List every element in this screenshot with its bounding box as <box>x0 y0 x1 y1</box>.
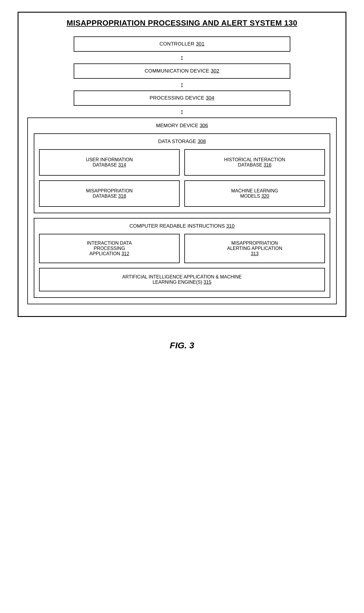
misappropriation-db-number: 318 <box>118 194 126 199</box>
ml-models-label: MACHINE LEARNINGMODELS 320 <box>231 188 278 199</box>
user-info-db-number: 314 <box>118 162 126 167</box>
interaction-data-processing-box: INTERACTION DATAPROCESSINGAPPLICATION 31… <box>39 234 180 263</box>
ai-application-box: ARTIFICIAL INTELLIGENCE APPLICATION & MA… <box>39 268 325 291</box>
arrow-controller-communication <box>180 52 184 63</box>
memory-number: 306 <box>200 123 208 128</box>
controller-label: CONTROLLER 301 <box>159 41 204 47</box>
bidirectional-arrow-icon <box>180 53 184 62</box>
ai-number: 315 <box>203 280 211 285</box>
machine-learning-models-box: MACHINE LEARNINGMODELS 320 <box>184 180 325 207</box>
processing-device-box: PROCESSING DEVICE 304 <box>74 90 290 106</box>
data-storage-container: DATA STORAGE 308 USER INFORMATIONDATABAS… <box>34 133 330 213</box>
communication-label: COMMUNICATION DEVICE 302 <box>145 68 219 74</box>
communication-device-box: COMMUNICATION DEVICE 302 <box>74 63 290 79</box>
misappropriation-db-label: MISAPPROPRIATIONDATABASE 318 <box>86 188 133 199</box>
memory-title: MEMORY DEVICE 306 <box>34 123 330 129</box>
data-storage-label-text: DATA STORAGE <box>158 139 198 144</box>
memory-device-container: MEMORY DEVICE 306 DATA STORAGE 308 USER … <box>27 117 337 304</box>
arrow-communication-processing <box>180 79 184 90</box>
historical-db-label: HISTORICAL INTERACTIONDATABASE 316 <box>224 157 285 168</box>
bidirectional-arrow-icon-2 <box>180 80 184 89</box>
historical-interaction-database-box: HISTORICAL INTERACTIONDATABASE 316 <box>184 149 325 176</box>
cri-title: COMPUTER READABLE INSTRUCTIONS 310 <box>39 223 325 229</box>
arrow-processing-memory <box>180 106 184 117</box>
cri-number: 310 <box>226 223 235 229</box>
data-storage-number: 308 <box>198 139 206 144</box>
misappropriation-database-box: MISAPPROPRIATIONDATABASE 318 <box>39 180 180 207</box>
cri-grid: INTERACTION DATAPROCESSINGAPPLICATION 31… <box>39 234 325 263</box>
idpa-label: INTERACTION DATAPROCESSINGAPPLICATION 31… <box>87 241 132 256</box>
fig-label: FIG. 3 <box>170 340 194 350</box>
processing-label: PROCESSING DEVICE 304 <box>150 95 215 101</box>
outer-diagram-container: MISAPPROPRIATION PROCESSING AND ALERT SY… <box>18 12 346 317</box>
main-title-text: MISAPPROPRIATION PROCESSING AND ALERT SY… <box>67 19 297 27</box>
misappropriation-alerting-box: MISAPPROPRIATIONALERTING APPLICATION313 <box>184 234 325 263</box>
main-title: MISAPPROPRIATION PROCESSING AND ALERT SY… <box>67 19 297 28</box>
controller-label-text: CONTROLLER <box>159 41 196 47</box>
memory-label-text: MEMORY DEVICE <box>156 123 200 128</box>
historical-db-number: 316 <box>264 162 272 167</box>
processing-number: 304 <box>206 95 214 101</box>
communication-label-text: COMMUNICATION DEVICE <box>145 68 211 74</box>
ml-models-number: 320 <box>261 194 269 199</box>
maa-label: MISAPPROPRIATIONALERTING APPLICATION313 <box>227 241 282 256</box>
communication-number: 302 <box>211 68 219 74</box>
maa-number: 313 <box>251 251 259 256</box>
idpa-number: 312 <box>122 251 129 256</box>
data-storage-title: DATA STORAGE 308 <box>39 139 325 145</box>
cri-container: COMPUTER READABLE INSTRUCTIONS 310 INTER… <box>34 218 330 298</box>
controller-number: 301 <box>196 41 204 47</box>
cri-label-text: COMPUTER READABLE INSTRUCTIONS <box>129 223 226 229</box>
database-grid: USER INFORMATIONDATABASE 314 HISTORICAL … <box>39 149 325 207</box>
processing-label-text: PROCESSING DEVICE <box>150 95 206 101</box>
controller-box: CONTROLLER 301 <box>74 36 290 52</box>
ai-label: ARTIFICIAL INTELLIGENCE APPLICATION & MA… <box>122 274 242 285</box>
user-info-db-label: USER INFORMATIONDATABASE 314 <box>86 157 133 168</box>
user-information-database-box: USER INFORMATIONDATABASE 314 <box>39 149 180 176</box>
bidirectional-arrow-icon-3 <box>180 108 184 116</box>
